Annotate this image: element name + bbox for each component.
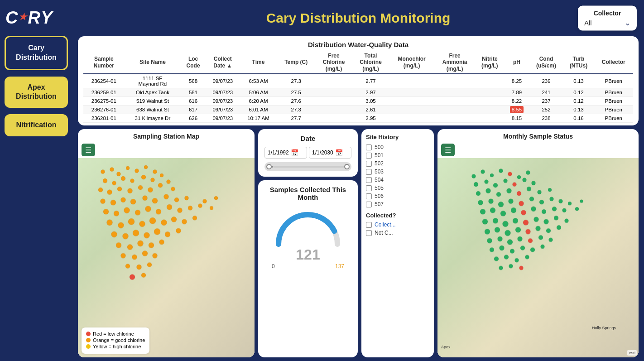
collected-section: Collected? Collect...Not C... bbox=[366, 212, 429, 237]
monthly-map: esri Apex Holly Springs bbox=[437, 158, 639, 357]
table-cell: 519 Walnut St bbox=[125, 97, 181, 106]
table-cell: 616 bbox=[181, 97, 206, 106]
gauge-max: 137 bbox=[335, 263, 344, 270]
site-checkbox[interactable] bbox=[366, 185, 372, 191]
collected-checkbox[interactable] bbox=[366, 230, 372, 236]
table-cell: 09/07/23 bbox=[206, 88, 240, 97]
monthly-map-header: ☰ bbox=[437, 142, 639, 158]
table-cell bbox=[389, 97, 434, 106]
col-loc-code: LocCode bbox=[181, 51, 206, 74]
table-cell: 27.3 bbox=[277, 74, 315, 88]
table-cell bbox=[389, 106, 434, 114]
table-cell: 09/07/23 bbox=[206, 74, 240, 88]
table-cell: 6:20 AM bbox=[240, 97, 277, 106]
slider-handle-left[interactable] bbox=[266, 164, 272, 169]
legend-label-yellow: Yellow = high chlorine bbox=[93, 344, 141, 349]
site-list: 500501502503504505506507 bbox=[366, 143, 429, 208]
monthly-map-menu-button[interactable]: ☰ bbox=[441, 144, 455, 156]
table-cell: 8.22 bbox=[504, 97, 529, 106]
table-cell: 31 Kilmayne Dr bbox=[125, 114, 181, 123]
table-cell: 7.89 bbox=[504, 88, 529, 97]
site-check-item[interactable]: 500 bbox=[366, 143, 429, 151]
table-card: Distribution Water-Quality Data SampleNu… bbox=[78, 36, 639, 125]
apex-label: Apex bbox=[441, 345, 451, 349]
table-cell bbox=[389, 114, 434, 123]
table-cell: PBruen bbox=[594, 74, 633, 88]
site-check-item[interactable]: 507 bbox=[366, 200, 429, 208]
sidebar-item-cary-distribution[interactable]: Cary Distribution bbox=[5, 36, 68, 70]
start-date-value: 1/1/1992 bbox=[268, 149, 289, 156]
col-nitrite: Nitrite(mg/L) bbox=[475, 51, 504, 74]
collected-checkbox[interactable] bbox=[366, 222, 372, 228]
samples-title: Samples Collected ThisMonth bbox=[270, 186, 346, 201]
site-checkbox[interactable] bbox=[366, 169, 372, 175]
site-checkbox[interactable] bbox=[366, 144, 372, 150]
sidebar-item-apex-distribution[interactable]: ApexDistribution bbox=[5, 77, 68, 108]
collected-option[interactable]: Collect... bbox=[366, 221, 429, 229]
table-cell: 239 bbox=[529, 74, 563, 88]
table-cell: 10:17 AM bbox=[240, 114, 277, 123]
site-checkbox[interactable] bbox=[366, 153, 372, 159]
start-date-input[interactable]: 1/1/1992 📅 bbox=[264, 147, 307, 159]
table-cell bbox=[475, 74, 504, 88]
col-sample-number: SampleNumber bbox=[83, 51, 125, 74]
table-cell: 236281-01 bbox=[83, 114, 125, 123]
collector-select-row[interactable]: All ⌄ bbox=[584, 19, 630, 27]
collector-dropdown[interactable]: Collector All ⌄ bbox=[578, 6, 637, 31]
apex-label: ApexDistribution bbox=[16, 83, 57, 101]
collected-label: Collect... bbox=[375, 221, 396, 228]
sampling-map: Red = low chlorine Orange = good chlorin… bbox=[78, 158, 255, 357]
site-check-item[interactable]: 502 bbox=[366, 159, 429, 168]
table-cell: 27.5 bbox=[277, 88, 315, 97]
table-cell: 626 bbox=[181, 114, 206, 123]
map-header: ☰ bbox=[78, 142, 255, 158]
table-cell: 27.7 bbox=[277, 114, 315, 123]
slider-track-right bbox=[273, 166, 347, 168]
site-checkbox[interactable] bbox=[366, 177, 372, 183]
logo-text: C★RY bbox=[5, 8, 53, 28]
table-cell: 581 bbox=[181, 88, 206, 97]
collected-label: Not C... bbox=[375, 230, 393, 236]
table-row: 236281-0131 Kilmayne Dr62609/07/2310:17 … bbox=[83, 114, 633, 123]
table-cell: 0.12 bbox=[563, 97, 594, 106]
table-row: 236259-01Old Apex Tank58109/07/235:06 AM… bbox=[83, 88, 633, 97]
col-ph: pH bbox=[504, 51, 529, 74]
table-cell: PBruen bbox=[594, 114, 633, 123]
map-menu-button[interactable]: ☰ bbox=[82, 144, 95, 156]
site-checkbox[interactable] bbox=[366, 202, 372, 207]
site-check-item[interactable]: 506 bbox=[366, 192, 429, 200]
slider-handle-right[interactable] bbox=[344, 164, 350, 169]
col-turb: Turb(NTUs) bbox=[563, 51, 594, 74]
site-check-item[interactable]: 505 bbox=[366, 184, 429, 192]
table-cell: PBruen bbox=[594, 106, 633, 114]
end-date-input[interactable]: 1/1/2030 📅 bbox=[309, 147, 351, 159]
collected-option[interactable]: Not C... bbox=[366, 229, 429, 237]
table-cell: 27.3 bbox=[277, 106, 315, 114]
table-cell: 236276-01 bbox=[83, 106, 125, 114]
table-cell: 0.12 bbox=[563, 88, 594, 97]
sidebar-item-nitrification[interactable]: Nitrification bbox=[5, 114, 68, 136]
header: Cary Distribution Monitoring Collector A… bbox=[72, 0, 644, 36]
table-cell bbox=[434, 74, 475, 88]
table-cell: 236259-01 bbox=[83, 88, 125, 97]
table-cell bbox=[315, 88, 352, 97]
site-checkbox[interactable] bbox=[366, 161, 372, 167]
date-card: Date 1/1/1992 📅 1/1/2030 📅 bbox=[258, 129, 358, 177]
site-checkbox[interactable] bbox=[366, 193, 372, 199]
table-cell bbox=[475, 114, 504, 123]
site-check-item[interactable]: 503 bbox=[366, 168, 429, 176]
table-cell bbox=[434, 114, 475, 123]
table-title: Distribution Water-Quality Data bbox=[83, 41, 633, 48]
site-label: 507 bbox=[375, 201, 384, 207]
table-cell bbox=[315, 74, 352, 88]
site-check-item[interactable]: 504 bbox=[366, 176, 429, 184]
legend-dot-red bbox=[86, 332, 91, 336]
table-cell: PBruen bbox=[594, 97, 633, 106]
table-cell: Old Apex Tank bbox=[125, 88, 181, 97]
site-check-item[interactable]: 501 bbox=[366, 151, 429, 159]
site-label: 502 bbox=[375, 160, 384, 167]
gauge-range: 0 137 bbox=[272, 263, 344, 270]
site-label: 503 bbox=[375, 168, 384, 175]
table-header-row: SampleNumber Site Name LocCode CollectDa… bbox=[83, 51, 633, 74]
col-time: Time bbox=[240, 51, 277, 74]
